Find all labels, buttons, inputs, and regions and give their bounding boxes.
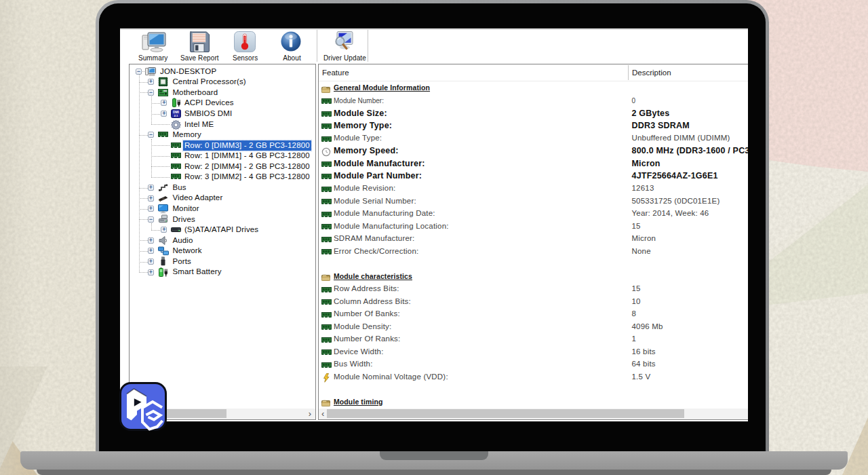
svg-text:2.1: 2.1 [174, 114, 178, 117]
